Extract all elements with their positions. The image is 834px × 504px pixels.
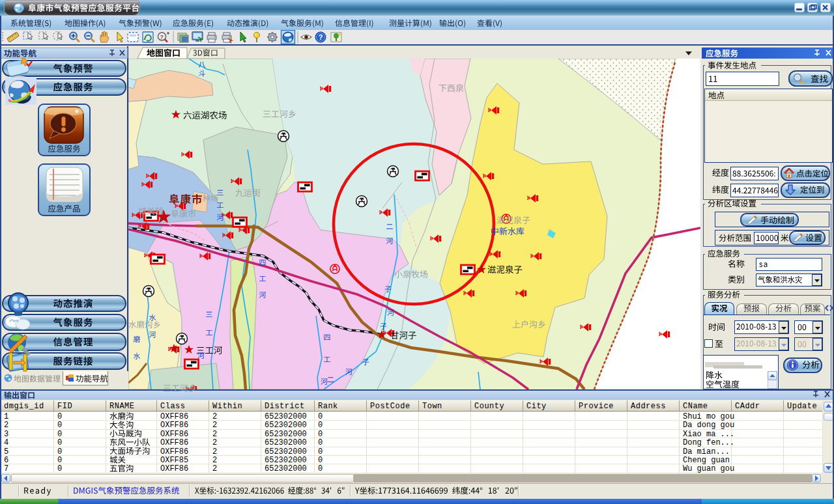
svg-text:?: ? — [160, 34, 164, 40]
svg-text:?: ? — [319, 33, 323, 41]
